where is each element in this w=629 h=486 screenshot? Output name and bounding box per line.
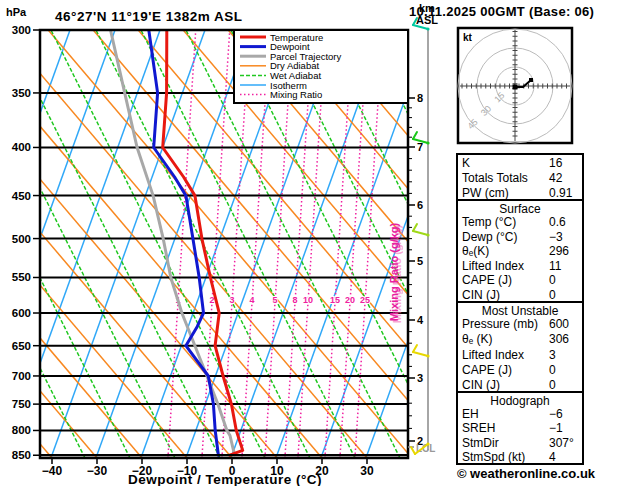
pressure-tick-label: 550: [12, 271, 31, 283]
mixing-ratio-value-label: 10: [303, 295, 313, 305]
stats-row-value: 0: [549, 378, 556, 392]
stats-row-value: 11: [549, 259, 562, 273]
wind-barb: [413, 224, 417, 231]
pressure-tick-label: 750: [12, 398, 31, 410]
pressure-tick-label: 650: [12, 340, 31, 352]
pressure-tick-label: 600: [12, 307, 31, 319]
stats-row-label: Pressure (mb): [462, 317, 538, 331]
stats-tables: K16Totals Totals42PW (cm)0.91SurfaceTemp…: [457, 154, 583, 464]
stats-row-label: Totals Totals: [462, 171, 528, 185]
copyright: © weatheronline.co.uk: [457, 466, 596, 481]
wind-barb: [413, 352, 428, 356]
wind-barb: [413, 231, 428, 235]
mixing-ratio-value-label: 5: [272, 295, 277, 305]
dry-adiabat-line: [0, 30, 7, 458]
legend-label: Mixing Ratio: [270, 89, 322, 100]
stats-row-label: SREH: [462, 421, 495, 435]
km-tick-label: 7: [417, 141, 423, 153]
wind-barb-base: [426, 354, 429, 357]
stats-row-label: EH: [462, 407, 479, 421]
date-title: 10.11.2025 00GMT (Base: 06): [409, 4, 594, 19]
km-tick-label: 8: [417, 92, 423, 104]
mixing-ratio-value-label: 20: [345, 295, 355, 305]
wind-barb-base: [426, 442, 429, 445]
stats-row-label: θₑ (K): [462, 332, 492, 346]
stats-row-value: 296: [549, 244, 569, 258]
pressure-tick-label: 450: [12, 190, 31, 202]
stats-section-header: Surface: [499, 202, 541, 216]
mixing-ratio-value-label: 25: [360, 295, 370, 305]
stats-row-value: 0.91: [549, 186, 573, 200]
stats-row-value: 307°: [549, 436, 574, 450]
pressure-tick-label: 800: [12, 424, 31, 436]
stats-row-value: −3: [549, 230, 563, 244]
stats-row-value: 42: [549, 171, 563, 185]
stats-section-header: Hodograph: [490, 394, 549, 408]
hodograph-origin-marker: [513, 85, 518, 90]
stats-row-value: 3: [549, 348, 556, 362]
km-tick-label: 3: [417, 372, 423, 384]
wind-barb: [413, 345, 417, 352]
stats-row-label: Lifted Index: [462, 259, 524, 273]
mixing-ratio-value-label: 8: [292, 295, 297, 305]
pressure-tick-label: 700: [12, 370, 31, 382]
stats-row-value: −6: [549, 407, 563, 421]
stats-row-value: 16: [549, 156, 563, 170]
hodograph: 153045 kt: [458, 28, 572, 143]
temp-tick-label: 30: [360, 464, 374, 478]
stats-row-value: 0: [549, 288, 556, 302]
stats-row-label: CIN (J): [462, 378, 500, 392]
mixing-ratio-axis-label: Mixing Ratio (g/kg): [388, 222, 400, 321]
pressure-unit-label: hPa: [6, 6, 27, 18]
station-title: 46°27'N 11°19'E 1382m ASL: [55, 9, 243, 24]
stats-row-value: 4: [549, 450, 556, 464]
km-tick-label: 4: [417, 314, 424, 326]
hodograph-end-marker: [529, 78, 533, 82]
stats-row-value: 600: [549, 317, 569, 331]
temp-tick-label: −40: [42, 464, 63, 478]
stats-row-label: CIN (J): [462, 288, 500, 302]
stats-row-label: Lifted Index: [462, 348, 524, 362]
stats-row-label: StmSpd (kt): [462, 450, 525, 464]
stats-row-value: 306: [549, 332, 569, 346]
stats-row-value: 0: [549, 363, 556, 377]
stats-row-value: −1: [549, 421, 563, 435]
stats-row-label: Temp (°C): [462, 215, 516, 229]
km-tick-label: 5: [417, 255, 423, 267]
pressure-tick-label: 400: [12, 141, 31, 153]
skewt-chart: hPa 46°27'N 11°19'E 1382m ASL km ASL 10.…: [0, 0, 629, 486]
stats-row-label: CAPE (J): [462, 363, 512, 377]
hodograph-unit-label: kt: [463, 32, 473, 43]
wind-barb-staff: [411, 18, 430, 454]
wind-barb: [411, 447, 415, 454]
stats-row-label: Dewp (°C): [462, 230, 517, 244]
pressure-tick-label: 350: [12, 87, 31, 99]
legend: TemperatureDewpointParcel TrajectoryDry …: [234, 30, 408, 103]
stats-row-label: K: [462, 156, 470, 170]
stats-row-label: StmDir: [462, 436, 499, 450]
wind-barb-base: [426, 141, 429, 144]
pressure-tick-label: 300: [12, 24, 31, 36]
stats-row-label: PW (cm): [462, 186, 509, 200]
stats-row-label: θₑ(K): [462, 244, 489, 258]
stats-section-header: Most Unstable: [482, 304, 559, 318]
stats-row-value: 0: [549, 273, 556, 287]
km-tick-label: 6: [417, 199, 423, 211]
mixing-ratio-value-label: 3: [229, 295, 234, 305]
wind-barb-base: [426, 27, 429, 30]
temp-tick-label: −30: [87, 464, 108, 478]
wind-barb-base: [426, 233, 429, 236]
stats-row-value: 0.6: [549, 215, 566, 229]
mixing-ratio-value-label: 4: [249, 295, 254, 305]
sounding-page: hPa 46°27'N 11°19'E 1382m ASL km ASL 10.…: [0, 0, 629, 486]
pressure-tick-label: 500: [12, 233, 31, 245]
mixing-ratio-value-label: 15: [330, 295, 340, 305]
stats-row-label: CAPE (J): [462, 273, 512, 287]
wind-barb: [413, 132, 417, 139]
x-axis-title: Dewpoint / Temperature (°C): [128, 472, 322, 486]
pressure-tick-label: 850: [12, 449, 31, 461]
